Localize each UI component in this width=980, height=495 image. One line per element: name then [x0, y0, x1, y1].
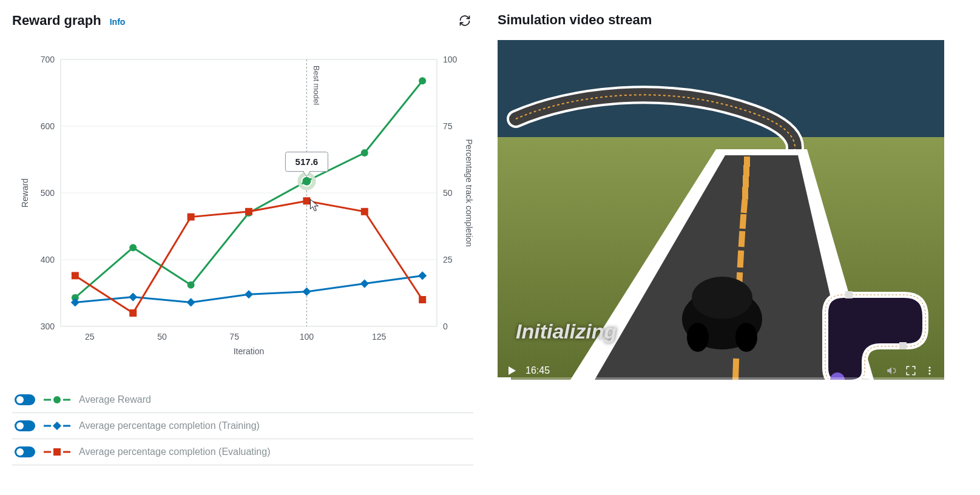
data-point[interactable]: [361, 149, 368, 157]
svg-point-49: [928, 372, 930, 374]
more-options-button[interactable]: [925, 366, 934, 375]
data-point[interactable]: [419, 296, 426, 303]
data-point[interactable]: [360, 280, 369, 288]
fullscreen-button[interactable]: [905, 365, 916, 376]
data-point[interactable]: [129, 309, 137, 317]
data-point[interactable]: [361, 208, 368, 215]
refresh-button[interactable]: [456, 12, 473, 29]
legend-marker-icon: [44, 420, 70, 431]
legend-label: Average percentage completion (Evaluatin…: [79, 446, 270, 457]
x-tick: 25: [85, 332, 95, 342]
svg-point-48: [928, 369, 930, 371]
y-right-tick: 50: [443, 188, 453, 198]
best-model-label: Best model: [312, 66, 321, 105]
legend-toggle[interactable]: [15, 420, 35, 431]
sim-status-text: Initializing: [516, 320, 617, 343]
y-right-tick: 75: [443, 121, 453, 131]
cursor-icon: [310, 200, 318, 211]
video-progress-bar[interactable]: [498, 377, 944, 380]
simulation-video[interactable]: Initializing 16:45: [498, 40, 944, 380]
svg-rect-42: [845, 291, 853, 298]
legend-toggle[interactable]: [15, 446, 35, 457]
play-button[interactable]: [507, 366, 517, 375]
data-point[interactable]: [129, 293, 137, 301]
volume-button[interactable]: [886, 365, 897, 376]
legend-item: Average percentage completion (Training): [12, 413, 473, 439]
legend-marker-icon: [44, 446, 70, 457]
x-axis-label: Iteration: [234, 346, 265, 356]
svg-text:517.6: 517.6: [296, 157, 319, 167]
x-tick: 50: [157, 332, 167, 342]
data-point[interactable]: [419, 77, 426, 84]
data-point[interactable]: [188, 281, 195, 289]
data-point[interactable]: [129, 244, 137, 251]
svg-point-47: [928, 366, 930, 368]
video-time: 16:45: [525, 365, 550, 376]
y-left-tick: 400: [41, 255, 55, 264]
svg-point-39: [692, 277, 752, 319]
legend-item: Average percentage completion (Evaluatin…: [12, 439, 473, 465]
y-right-tick: 100: [443, 55, 458, 64]
video-controls: 16:45: [498, 359, 944, 380]
data-point[interactable]: [302, 288, 311, 296]
series-line: [75, 81, 422, 298]
data-point[interactable]: [418, 271, 427, 280]
x-tick: 75: [229, 332, 239, 342]
svg-rect-43: [899, 342, 907, 349]
legend-toggle[interactable]: [15, 394, 35, 405]
reward-chart[interactable]: 3004005006007000255075100255075100125Ite…: [12, 41, 473, 369]
x-tick: 125: [372, 332, 387, 342]
svg-rect-18: [53, 422, 61, 430]
refresh-icon: [459, 15, 471, 27]
svg-line-33: [744, 203, 745, 210]
svg-line-32: [743, 217, 743, 226]
legend-item: Average Reward: [12, 387, 473, 413]
data-point[interactable]: [303, 197, 310, 204]
svg-rect-22: [498, 40, 944, 137]
svg-line-31: [742, 234, 742, 244]
data-point[interactable]: [245, 290, 253, 298]
info-link[interactable]: Info: [110, 17, 126, 27]
chart-legend: Average RewardAverage percentage complet…: [12, 387, 473, 465]
data-point[interactable]: [187, 298, 195, 306]
y-right-tick: 0: [443, 322, 448, 331]
svg-point-40: [687, 323, 709, 352]
x-tick: 100: [300, 332, 314, 342]
data-point[interactable]: [188, 214, 195, 221]
svg-point-41: [735, 323, 757, 352]
svg-line-30: [740, 254, 741, 264]
data-point[interactable]: [245, 208, 252, 215]
y-right-tick: 25: [443, 255, 453, 264]
svg-point-8: [302, 177, 311, 186]
simulation-title: Simulation video stream: [498, 12, 652, 28]
legend-label: Average Reward: [79, 394, 151, 405]
y-left-tick: 300: [41, 322, 55, 331]
y-left-axis-label: Reward: [20, 178, 30, 207]
svg-marker-46: [509, 366, 516, 375]
legend-label: Average percentage completion (Training): [79, 420, 260, 431]
y-left-tick: 600: [41, 121, 55, 131]
y-right-axis-label: Percentage track completion: [464, 139, 473, 246]
reward-graph-title: Reward graph: [12, 13, 101, 29]
y-left-tick: 500: [41, 188, 55, 198]
data-point[interactable]: [72, 272, 79, 279]
legend-marker-icon: [44, 394, 70, 405]
chart-tooltip: 517.6: [285, 152, 328, 177]
y-left-tick: 700: [41, 55, 55, 64]
svg-rect-21: [53, 448, 61, 456]
svg-point-15: [53, 396, 61, 403]
